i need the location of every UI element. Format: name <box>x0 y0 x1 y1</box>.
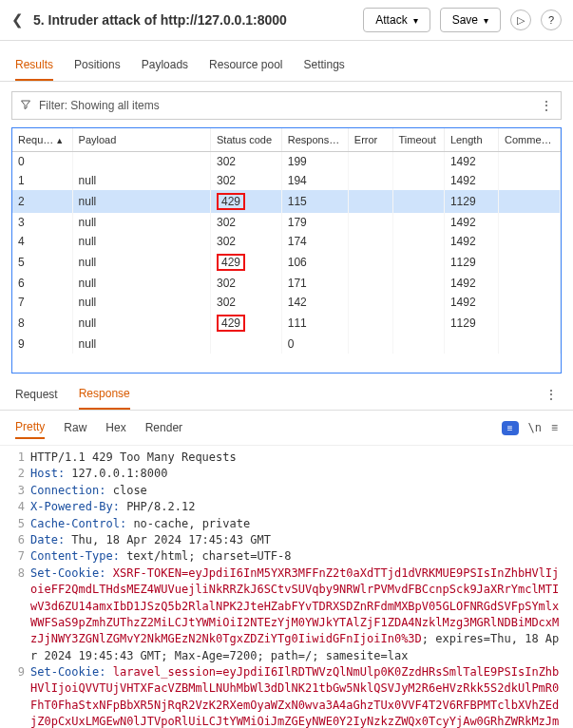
table-row[interactable]: 03021991492 <box>12 152 561 172</box>
response-line: 6Date: Thu, 18 Apr 2024 17:45:43 GMT <box>8 532 565 548</box>
table-cell: null <box>72 251 210 274</box>
main-tabs: Results Positions Payloads Resource pool… <box>0 50 573 82</box>
detail-menu-icon[interactable]: ⋮ <box>544 387 558 402</box>
table-cell: 111 <box>281 312 348 335</box>
col-payload[interactable]: Payload <box>72 128 210 152</box>
attack-button[interactable]: Attack▾ <box>363 8 430 32</box>
table-row[interactable]: 7null3021421492 <box>12 293 561 312</box>
col-comment[interactable]: Comme… <box>499 128 561 152</box>
attack-label: Attack <box>375 13 407 27</box>
col-request[interactable]: Requ…▲ <box>12 128 72 152</box>
table-cell: 194 <box>281 171 348 190</box>
table-row[interactable]: 2null4291151129 <box>12 190 561 213</box>
col-error[interactable]: Error <box>348 128 392 152</box>
table-cell <box>348 335 392 354</box>
hamburger-icon[interactable]: ≡ <box>551 421 558 434</box>
table-cell <box>499 190 561 213</box>
chevron-down-icon: ▾ <box>413 15 418 26</box>
table-cell <box>348 152 392 172</box>
response-body[interactable]: 1HTTP/1.1 429 Too Many Requests2Host: 12… <box>0 446 573 728</box>
col-status[interactable]: Status code <box>210 128 281 152</box>
table-cell: 1129 <box>444 312 498 335</box>
table-row[interactable]: 9null0 <box>12 335 561 354</box>
viewtab-render[interactable]: Render <box>145 417 182 438</box>
table-cell: 199 <box>281 152 348 172</box>
table-cell <box>348 274 392 293</box>
col-timeout[interactable]: Timeout <box>392 128 444 152</box>
table-cell <box>392 213 444 232</box>
table-cell <box>392 335 444 354</box>
table-cell: 302 <box>210 152 281 172</box>
table-cell <box>348 213 392 232</box>
col-length[interactable]: Length <box>444 128 498 152</box>
table-row[interactable]: 3null3021791492 <box>12 213 561 232</box>
table-cell: 106 <box>281 251 348 274</box>
col-response[interactable]: Respons… <box>281 128 348 152</box>
table-cell <box>499 312 561 335</box>
table-cell <box>392 190 444 213</box>
table-row[interactable]: 1null3021941492 <box>12 171 561 190</box>
detail-tabs: Request Response ⋮ <box>0 379 573 411</box>
table-cell: 1129 <box>444 251 498 274</box>
table-cell <box>499 152 561 172</box>
header-bar: ❮ 5. Intruder attack of http://127.0.0.1… <box>0 0 573 41</box>
viewtab-raw[interactable]: Raw <box>64 417 86 438</box>
tab-results[interactable]: Results <box>15 50 53 81</box>
tab-resource-pool[interactable]: Resource pool <box>209 50 282 81</box>
newline-icon[interactable]: \n <box>528 421 542 434</box>
table-cell: 171 <box>281 274 348 293</box>
table-cell <box>392 293 444 312</box>
page-title: 5. Intruder attack of http://127.0.0.1:8… <box>33 12 353 28</box>
response-line: 1HTTP/1.1 429 Too Many Requests <box>8 450 565 466</box>
play-icon[interactable]: ▷ <box>510 10 531 30</box>
tab-positions[interactable]: Positions <box>74 50 121 81</box>
save-button[interactable]: Save▾ <box>440 8 501 32</box>
table-cell: null <box>72 213 210 232</box>
table-cell <box>392 312 444 335</box>
view-tabs: Pretty Raw Hex Render ≡ \n ≡ <box>0 411 573 446</box>
table-cell: 174 <box>281 232 348 251</box>
response-line: 5Cache-Control: no-cache, private <box>8 516 565 532</box>
response-line: 7Content-Type: text/html; charset=UTF-8 <box>8 548 565 565</box>
table-cell: 1492 <box>444 213 498 232</box>
table-row[interactable]: 6null3021711492 <box>12 274 561 293</box>
table-cell <box>72 152 210 172</box>
table-cell <box>392 171 444 190</box>
tab-settings[interactable]: Settings <box>303 50 344 81</box>
table-cell <box>499 171 561 190</box>
results-table: Requ…▲ Payload Status code Respons… Erro… <box>11 127 562 374</box>
table-row[interactable]: 8null4291111129 <box>12 312 561 335</box>
viewtab-pretty[interactable]: Pretty <box>15 416 45 439</box>
table-cell: 5 <box>12 251 72 274</box>
table-cell: 302 <box>210 213 281 232</box>
table-cell <box>392 274 444 293</box>
response-line: 2Host: 127.0.0.1:8000 <box>8 466 565 482</box>
table-cell: 302 <box>210 293 281 312</box>
table-header-row: Requ…▲ Payload Status code Respons… Erro… <box>12 128 561 152</box>
table-row[interactable]: 4null3021741492 <box>12 232 561 251</box>
tab-payloads[interactable]: Payloads <box>142 50 188 81</box>
viewtab-hex[interactable]: Hex <box>105 417 125 438</box>
table-cell <box>348 251 392 274</box>
table-cell <box>499 213 561 232</box>
table-cell: 0 <box>281 335 348 354</box>
table-cell <box>392 232 444 251</box>
table-cell: null <box>72 171 210 190</box>
filter-menu-icon[interactable]: ⋮ <box>540 98 553 113</box>
table-cell: 9 <box>12 335 72 354</box>
table-cell: 302 <box>210 171 281 190</box>
help-icon[interactable]: ? <box>541 10 562 30</box>
table-cell: 1492 <box>444 293 498 312</box>
back-icon[interactable]: ❮ <box>11 11 24 29</box>
structure-icon[interactable]: ≡ <box>502 421 519 435</box>
table-cell: 2 <box>12 190 72 213</box>
table-cell <box>499 293 561 312</box>
table-cell: null <box>72 274 210 293</box>
filter-bar[interactable]: Filter: Showing all items ⋮ <box>11 91 562 120</box>
table-cell <box>348 232 392 251</box>
response-line: 3Connection: close <box>8 483 565 499</box>
table-row[interactable]: 5null4291061129 <box>12 251 561 274</box>
subtab-response[interactable]: Response <box>79 379 130 410</box>
subtab-request[interactable]: Request <box>15 380 58 409</box>
table-cell: null <box>72 190 210 213</box>
